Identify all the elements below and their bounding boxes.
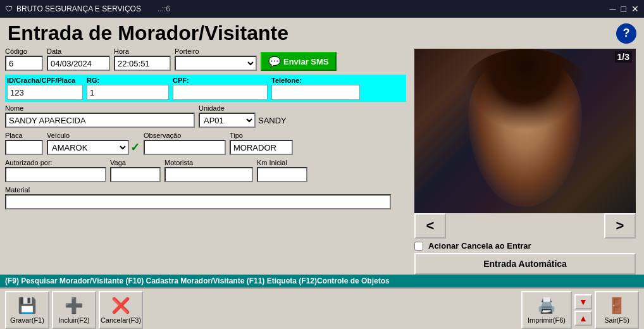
main-window: Entrada de Morador/Visitante ? Código Da… bbox=[0, 18, 644, 329]
page-title: Entrada de Morador/Visitante bbox=[8, 22, 288, 45]
observacao-input[interactable] bbox=[144, 140, 226, 155]
observacao-label: Observação bbox=[144, 132, 226, 139]
autorizado-label: Autorizado por: bbox=[5, 159, 106, 166]
next-photo-button[interactable]: > bbox=[604, 213, 636, 239]
row-4: Placa Veículo AMAROK ✓ Observação bbox=[5, 132, 406, 155]
codigo-group: Código bbox=[5, 47, 43, 71]
arrow-down-button[interactable]: ▼ bbox=[574, 294, 592, 309]
vaga-group: Vaga bbox=[110, 159, 161, 182]
status-bar: (F9) Pesquisar Morador/Visitante (F10) C… bbox=[0, 275, 644, 287]
sms-label: Enviar SMS bbox=[283, 57, 329, 66]
rg-label: RG: bbox=[87, 77, 169, 84]
exit-icon: 🚪 bbox=[607, 297, 626, 314]
id-label: ID/Cracha/CPF/Placa bbox=[7, 77, 83, 84]
help-button[interactable]: ? bbox=[616, 23, 636, 44]
sms-icon: 💬 bbox=[268, 56, 281, 68]
codigo-input[interactable] bbox=[5, 56, 43, 71]
add-label: Incluir(F2) bbox=[58, 316, 90, 324]
save-button[interactable]: 💾 Gravar(F1) bbox=[5, 291, 49, 329]
cancel-button[interactable]: ❌ Cancelar(F3) bbox=[99, 291, 143, 329]
motorista-group: Motorista bbox=[164, 159, 253, 182]
page-header: Entrada de Morador/Visitante ? bbox=[0, 18, 644, 47]
save-label: Gravar(F1) bbox=[10, 316, 44, 324]
vaga-label: Vaga bbox=[110, 159, 161, 166]
add-icon: ➕ bbox=[65, 297, 84, 314]
hora-group: Hora bbox=[114, 47, 171, 71]
unidade-group: Unidade AP01 SANDY bbox=[199, 104, 287, 128]
veiculo-label: Veículo bbox=[47, 132, 140, 139]
row-5: Autorizado por: Vaga Motorista Km Inicia… bbox=[5, 159, 406, 182]
title-bar: 🛡 BRUTO SEGURANÇA E SERVIÇOS ..::6 ─ □ ✕ bbox=[0, 0, 644, 18]
nome-label: Nome bbox=[5, 104, 195, 112]
cpf-label: CPF: bbox=[173, 77, 268, 84]
telefone-input[interactable] bbox=[271, 85, 360, 100]
telefone-label: Telefone: bbox=[271, 77, 360, 84]
sms-button[interactable]: 💬 Enviar SMS bbox=[261, 52, 337, 71]
porteiro-select[interactable] bbox=[175, 56, 257, 71]
photo-image bbox=[414, 49, 636, 213]
app-icon: 🛡 bbox=[5, 4, 13, 13]
photo-nav: < > bbox=[414, 213, 636, 239]
app-title: BRUTO SEGURANÇA E SERVIÇOS bbox=[16, 4, 141, 13]
row-1: Código Data Hora Porteiro bbox=[5, 47, 406, 71]
photo-area: 1/3 < > Acionar Cancela ao Entrar Entrad… bbox=[411, 47, 639, 275]
id-group: ID/Cracha/CPF/Placa bbox=[7, 77, 83, 100]
motorista-input[interactable] bbox=[164, 167, 253, 182]
app-subtitle: ..::6 bbox=[158, 4, 170, 13]
photo-counter: 1/3 bbox=[615, 51, 632, 63]
observacao-group: Observação bbox=[144, 132, 226, 155]
prev-photo-button[interactable]: < bbox=[414, 213, 446, 239]
check-icon: ✓ bbox=[130, 140, 140, 154]
cpf-group: CPF: bbox=[173, 77, 268, 100]
autorizado-input[interactable] bbox=[5, 167, 106, 182]
placa-label: Placa bbox=[5, 132, 43, 139]
motorista-label: Motorista bbox=[164, 159, 253, 166]
hora-input[interactable] bbox=[114, 56, 171, 71]
placa-group: Placa bbox=[5, 132, 43, 155]
cancel-label: Cancelar(F3) bbox=[101, 316, 141, 324]
rg-input[interactable] bbox=[87, 85, 169, 100]
telefone-group: Telefone: bbox=[271, 77, 360, 100]
placa-input[interactable] bbox=[5, 140, 43, 155]
veiculo-select[interactable]: AMAROK bbox=[47, 140, 129, 155]
maximize-button[interactable]: □ bbox=[621, 4, 626, 14]
add-button[interactable]: ➕ Incluir(F2) bbox=[52, 291, 96, 329]
tipo-group: Tipo bbox=[230, 132, 293, 155]
print-label: Imprimir(F6) bbox=[528, 316, 566, 324]
unidade-select[interactable]: AP01 bbox=[199, 113, 256, 128]
unidade-label: Unidade bbox=[199, 104, 287, 112]
cpf-input[interactable] bbox=[173, 85, 268, 100]
data-group: Data bbox=[47, 47, 110, 71]
minimize-button[interactable]: ─ bbox=[610, 4, 616, 14]
veiculo-group: Veículo AMAROK ✓ bbox=[47, 132, 140, 155]
print-button[interactable]: 🖨️ Imprimir(F6) bbox=[521, 291, 572, 329]
cyan-row: ID/Cracha/CPF/Placa RG: CPF: Telefone: bbox=[5, 75, 406, 102]
autorizado-group: Autorizado por: bbox=[5, 159, 106, 182]
auto-entry-button[interactable]: Entrada Automática bbox=[414, 253, 636, 275]
porteiro-group: Porteiro bbox=[175, 47, 257, 71]
vaga-input[interactable] bbox=[110, 167, 161, 182]
material-group: Material bbox=[5, 186, 406, 212]
hora-label: Hora bbox=[114, 47, 171, 55]
nome-input[interactable] bbox=[5, 113, 195, 128]
id-input[interactable] bbox=[7, 85, 83, 100]
toolbar: 💾 Gravar(F1) ➕ Incluir(F2) ❌ Cancelar(F3… bbox=[0, 287, 644, 329]
tipo-input[interactable] bbox=[230, 140, 293, 155]
km-input[interactable] bbox=[257, 167, 307, 182]
print-icon: 🖨️ bbox=[537, 297, 556, 314]
form-area: Código Data Hora Porteiro bbox=[5, 47, 406, 275]
nome-group: Nome bbox=[5, 104, 195, 128]
exit-button[interactable]: 🚪 Sair(F5) bbox=[595, 291, 639, 329]
arrow-group: ▼ ▲ bbox=[574, 294, 592, 326]
exit-label: Sair(F5) bbox=[604, 316, 629, 324]
data-input[interactable] bbox=[47, 56, 110, 71]
cancel-icon: ❌ bbox=[111, 297, 130, 314]
material-input[interactable] bbox=[5, 194, 391, 209]
cancel-row: Acionar Cancela ao Entrar bbox=[414, 241, 636, 251]
codigo-label: Código bbox=[5, 47, 43, 55]
row-3: Nome Unidade AP01 SANDY bbox=[5, 104, 406, 128]
arrow-up-button[interactable]: ▲ bbox=[574, 311, 592, 326]
cancel-label: Acionar Cancela ao Entrar bbox=[428, 241, 531, 251]
close-button[interactable]: ✕ bbox=[631, 4, 639, 14]
cancel-checkbox[interactable] bbox=[414, 242, 423, 251]
